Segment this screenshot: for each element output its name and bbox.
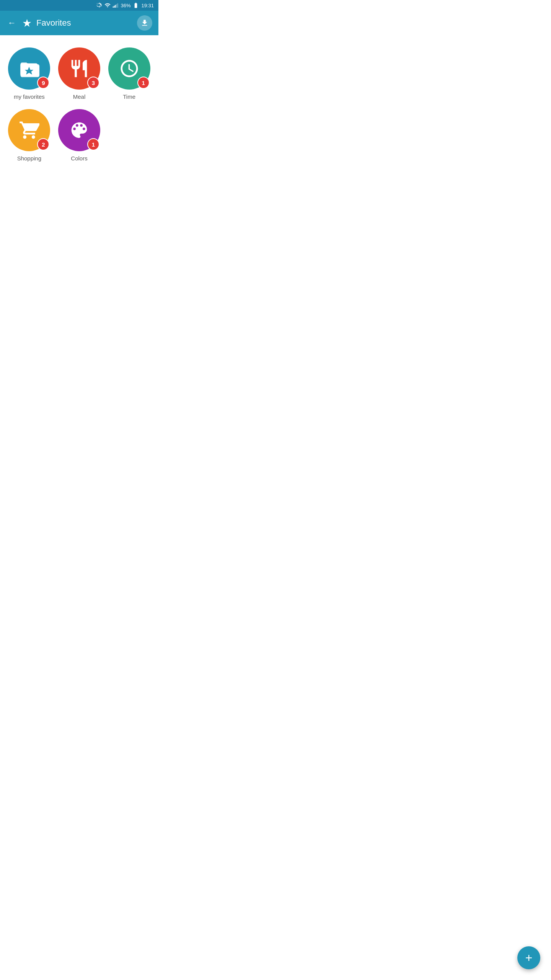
circle-wrapper-meal: 3 [58,47,100,90]
category-item-colors[interactable]: 1Colors [56,109,103,162]
signal-icon [112,2,119,8]
svg-rect-4 [117,3,118,8]
badge-my-favorites: 9 [37,77,49,89]
circle-wrapper-my-favorites: 9 [8,47,50,90]
app-bar-title: Favorites [36,18,132,28]
status-bar: 36% 19:31 [0,0,158,11]
favorites-star-icon: ★ [22,17,32,29]
category-item-time[interactable]: 1Time [106,47,152,100]
app-bar: ← ★ Favorites [0,11,158,35]
category-label-time: Time [123,93,135,100]
content-area: 9my favorites 3Meal 1Time 2Shopping 1Col… [0,35,158,171]
download-icon [140,19,149,27]
category-item-my-favorites[interactable]: 9my favorites [6,47,52,100]
badge-shopping: 2 [37,138,49,150]
circle-wrapper-colors: 1 [58,109,100,151]
wifi-icon [104,2,111,8]
category-label-my-favorites: my favorites [14,93,45,100]
category-label-colors: Colors [71,155,87,162]
status-icons: 36% 19:31 [96,2,154,8]
badge-time: 1 [137,77,150,89]
circle-wrapper-shopping: 2 [8,109,50,151]
badge-meal: 3 [87,77,99,89]
svg-rect-3 [116,4,117,8]
category-label-shopping: Shopping [17,155,41,162]
category-item-meal[interactable]: 3Meal [56,47,103,100]
time-text: 19:31 [141,3,154,8]
muted-icon [96,2,103,8]
category-label-meal: Meal [73,93,86,100]
svg-rect-2 [115,5,116,8]
battery-icon [132,2,139,8]
badge-colors: 1 [87,138,99,150]
svg-rect-0 [113,7,114,8]
category-item-shopping[interactable]: 2Shopping [6,109,52,162]
back-button[interactable]: ← [6,16,18,29]
circle-wrapper-time: 1 [108,47,150,90]
download-button[interactable] [137,15,152,31]
svg-rect-1 [114,6,115,8]
battery-text: 36% [121,3,130,8]
